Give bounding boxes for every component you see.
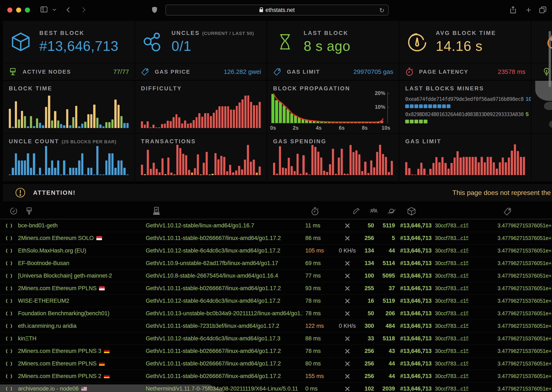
difficulty-bar	[216, 110, 218, 128]
block-cube-icon[interactable]	[407, 206, 416, 216]
node-name[interactable]: EthSolo.MaxHash.org (EU)	[18, 247, 146, 254]
node-name[interactable]: WISE-ETHEREUM2	[18, 298, 146, 304]
reload-icon[interactable]: ↻	[379, 7, 385, 14]
not-mining-icon	[345, 349, 350, 354]
node-name[interactable]: eth.icanmining.ru aridia	[18, 323, 146, 329]
peers-icon[interactable]	[369, 206, 379, 216]
block_propagation-bar	[350, 121, 353, 123]
transactions-bar	[150, 169, 152, 175]
node-last-block: #13,646,713	[395, 260, 432, 266]
gas_spending-bar	[288, 158, 290, 175]
node-name[interactable]: [Universa Blockchain] geth-mainnet-2	[18, 273, 146, 279]
back-icon[interactable]	[65, 6, 72, 14]
block_propagation-bar	[309, 120, 312, 123]
node-status-icon	[6, 260, 12, 266]
gas_limit-bar	[469, 157, 471, 175]
node-status-cell	[0, 373, 18, 379]
block_propagation-bar	[331, 121, 334, 123]
block_time-bar	[117, 105, 120, 128]
block_time-bar	[120, 116, 122, 128]
table-row[interactable]: EF-Bootnode-BusanGeth/v1.10.9-unstable-6…	[0, 257, 552, 269]
node-status-icon	[6, 323, 12, 329]
transactions-bar	[173, 175, 175, 175]
difficulty-chart	[141, 95, 261, 128]
block_propagation-bar	[279, 102, 282, 123]
node-name[interactable]: bce-bnd01-geth	[18, 222, 146, 229]
gas-limit-value: 29970705 gas	[353, 68, 393, 75]
table-row[interactable]: 2Miners.com Ethereum PPLNS 2Geth/v1.10.1…	[0, 370, 552, 382]
node-name[interactable]: 2Miners.com Ethereum SOLO	[18, 235, 146, 241]
block_time-bar	[42, 125, 44, 128]
table-row[interactable]: 2Miners.com Ethereum PPLNS 3Geth/v1.10.1…	[0, 345, 552, 357]
block_propagation-bar	[290, 113, 293, 123]
node-name[interactable]: EF-Bootnode-Busan	[18, 260, 146, 266]
shield-icon[interactable]	[150, 5, 159, 15]
node-icon[interactable]	[25, 206, 34, 216]
block_time-bar	[12, 127, 14, 128]
nodes-table: bce-bnd01-gethGeth/v1.10.12-stable/linux…	[0, 219, 552, 392]
table-row[interactable]: [Universa Blockchain] geth-mainnet-2Geth…	[0, 269, 552, 282]
browser-window: ethstats.net ↻ BEST BLOCK #13,646,713	[0, 0, 552, 392]
gas_limit-bar	[490, 157, 492, 175]
table-row[interactable]: bce-bnd01-gethGeth/v1.10.12-stable/linux…	[0, 219, 552, 232]
status-check-icon[interactable]	[9, 206, 18, 216]
client-laptop-icon[interactable]	[152, 206, 161, 216]
not-mining-icon	[345, 361, 350, 366]
node-mining-cell	[332, 261, 363, 266]
share-icon[interactable]	[509, 5, 517, 15]
difficulty-tag-icon[interactable]	[503, 206, 512, 217]
uncle_count-bar	[84, 175, 86, 175]
panel-page-latency: PAGE LATENCY 23578 ms	[399, 63, 531, 80]
latency-stopwatch-icon[interactable]	[310, 206, 320, 216]
table-row[interactable]: 2Miners.com Ethereum PPLNSGeth/v1.10.11-…	[0, 282, 552, 294]
node-block-hash: 30ccf783...c15f660f	[432, 373, 468, 379]
minimize-window-button[interactable]	[16, 7, 21, 13]
node-latency: 155 ms	[303, 373, 332, 379]
block_time-bar	[123, 123, 125, 128]
table-row[interactable]: eth.icanmining.ru aridiaGeth/v1.10.11-st…	[0, 320, 552, 332]
mining-pickaxe-icon[interactable]	[352, 206, 361, 216]
uncle_count-bar	[42, 175, 44, 175]
node-name[interactable]: 2Miners.com Ethereum PPLNS	[18, 360, 146, 367]
node-name[interactable]: Foundation Benchmarking(bench01)	[18, 310, 146, 317]
node-mining-cell	[332, 273, 363, 279]
table-row[interactable]: EthSolo.MaxHash.org (EU)Geth/v1.10.12-st…	[0, 244, 552, 257]
node-name[interactable]: 2Miners.com Ethereum PPLNS 2	[18, 373, 146, 379]
tab-overview-icon[interactable]	[539, 6, 547, 14]
miner-address[interactable]: 0xea674fdde714fd979de3edf0f56aa9716b898e…	[405, 96, 523, 102]
pending-planet-icon[interactable]	[387, 206, 397, 216]
table-row[interactable]: 2Miners.com Ethereum PPLNSGeth/v1.10.11-…	[0, 357, 552, 370]
block_time-bar	[111, 119, 114, 128]
transactions-bar	[153, 163, 155, 175]
forward-icon[interactable]	[80, 6, 87, 14]
scrollbar-thumb[interactable]	[549, 31, 551, 87]
table-row[interactable]: Foundation Benchmarking(bench01)Geth/v1.…	[0, 307, 552, 320]
warning-icon	[15, 187, 26, 198]
transactions-bar	[164, 174, 166, 175]
miner-entry: 0x829BD824B016326A401d083B33D092293333A8…	[405, 111, 527, 123]
close-window-button[interactable]	[7, 7, 12, 13]
gas_spending-bar	[279, 146, 281, 175]
block_propagation-bar	[271, 94, 274, 123]
chevron-down-icon[interactable]	[52, 8, 57, 12]
node-peers: 256	[363, 235, 374, 241]
table-row[interactable]: WISE-ETHEREUM2Geth/v1.10.12-stable-6c4dc…	[0, 294, 552, 307]
table-row[interactable]: 2Miners.com Ethereum SOLOGeth/v1.10.11-s…	[0, 232, 552, 244]
sidebar-icon[interactable]	[39, 6, 49, 14]
x-tick-label: 2s	[293, 125, 299, 131]
node-pending: 2039	[374, 385, 395, 392]
transactions-bar	[208, 175, 211, 175]
node-name[interactable]: 2Miners.com Ethereum PPLNS	[18, 285, 146, 292]
miner-address[interactable]: 0x829BD824B016326A401d083B33D092293333A8…	[405, 112, 523, 117]
not-mining-icon	[345, 236, 350, 241]
zoom-window-button[interactable]	[25, 7, 30, 13]
address-bar[interactable]: ethstats.net ↻	[165, 5, 389, 15]
uncle_count-bar	[78, 161, 80, 175]
node-name[interactable]: 2Miners.com Ethereum PPLNS 3	[18, 348, 146, 354]
gas_limit-bar	[435, 157, 437, 175]
table-row[interactable]: kinΞTHGeth/v1.10.12-stable-6c4dc6c3/linu…	[0, 332, 552, 345]
gas_spending-bar	[388, 172, 390, 175]
new-tab-icon[interactable]	[525, 6, 532, 14]
gas_spending-bar	[379, 145, 381, 175]
node-name[interactable]: kinΞTH	[18, 335, 146, 342]
